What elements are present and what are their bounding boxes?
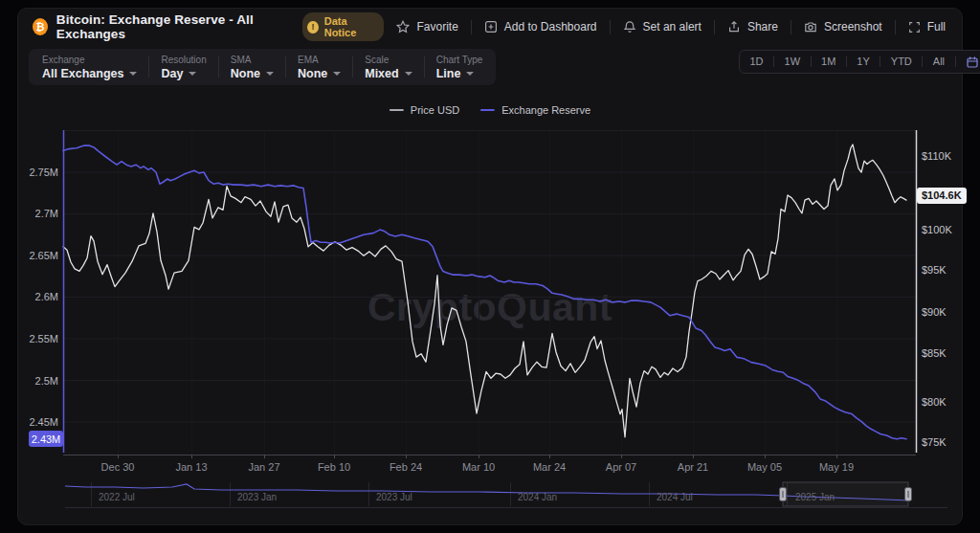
y-axis-right-tick: $100K	[922, 224, 952, 235]
y-axis-right-tick: $85K	[922, 347, 947, 359]
y-axis-left-tick: 2.55M	[6, 333, 58, 344]
chart-canvas[interactable]	[0, 0, 980, 533]
y-axis-left-tick: 2.5M	[6, 375, 58, 387]
y-axis-left-tick: 2.65M	[6, 250, 58, 261]
cryptoquant-chart-page: ₿ Bitcoin: Exchange Reserve - All Exchan…	[0, 0, 980, 533]
y-axis-right-tick: $95K	[922, 264, 947, 276]
x-axis-tick: Feb 10	[318, 461, 350, 473]
x-axis-tick: Dec 30	[101, 461, 135, 473]
y-axis-right-tick: $110K	[922, 150, 951, 162]
y-axis-right-tick: $80K	[922, 396, 947, 408]
navigator-date-label: 2025 Jan	[795, 492, 835, 502]
y-axis-left-tick: 2.6M	[6, 291, 58, 302]
x-axis-tick: Apr 21	[678, 461, 708, 473]
y-axis-left-tick: 2.45M	[6, 416, 58, 428]
x-axis-tick: Mar 24	[533, 461, 566, 473]
price-current-badge: $104.6K	[917, 188, 967, 204]
navigator-date-label: 2023 Jul	[376, 492, 412, 502]
navigator-date-label: 2024 Jul	[657, 492, 693, 502]
x-axis-tick: May 05	[747, 461, 782, 473]
price-usd-line	[63, 144, 906, 437]
reserve-current-badge: 2.43M	[29, 431, 63, 447]
navigator-date-label: 2024 Jan	[518, 492, 557, 502]
exchange-reserve-line	[63, 145, 906, 439]
x-axis-tick: May 19	[819, 461, 854, 473]
x-axis-tick: Apr 07	[606, 461, 636, 473]
x-axis-tick: Feb 24	[390, 461, 422, 473]
y-axis-left-tick: 2.75M	[6, 167, 58, 178]
x-axis-tick: Mar 10	[462, 461, 495, 473]
y-axis-right-tick: $90K	[922, 306, 947, 318]
navigator-date-label: 2023 Jan	[237, 492, 277, 502]
navigator-date-label: 2022 Jul	[99, 492, 135, 502]
y-axis-left-tick: 2.7M	[6, 208, 58, 219]
x-axis-tick: Jan 13	[175, 461, 207, 473]
x-axis-tick: Jan 27	[248, 461, 279, 473]
y-axis-right-tick: $75K	[922, 436, 947, 448]
